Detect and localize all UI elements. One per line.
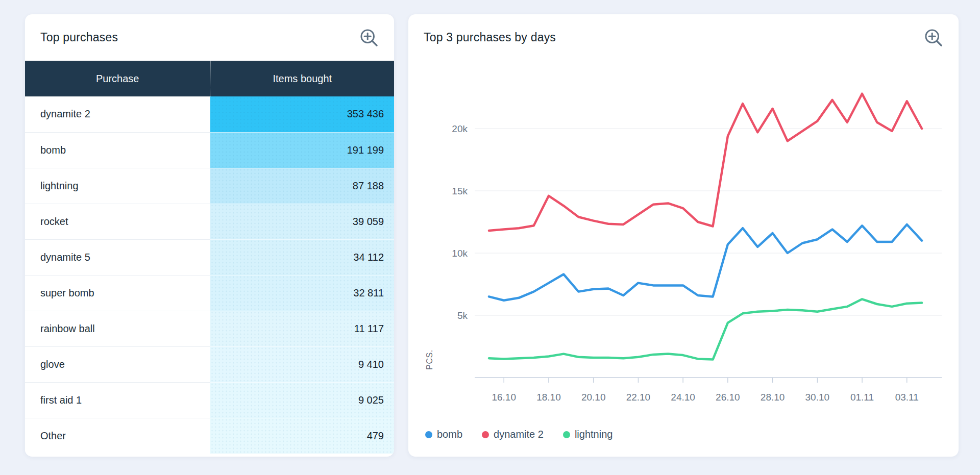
x-tick-label: 20.10	[581, 392, 606, 403]
table-row: lightning87 188	[25, 168, 394, 204]
x-tick-label: 16.10	[492, 392, 516, 403]
top-purchases-table: Purchase Items bought dynamite 2353 436b…	[25, 61, 394, 454]
items-bought-cell: 191 199	[210, 132, 394, 168]
y-tick-label: 15k	[452, 186, 468, 196]
legend-item-dynamite-2[interactable]: dynamite 2	[482, 429, 544, 440]
table-row: dynamite 2353 436	[25, 96, 394, 132]
legend-label: lightning	[575, 429, 613, 440]
x-tick-label: 18.10	[536, 392, 561, 403]
legend-dot-bomb	[425, 431, 432, 438]
items-bought-cell: 9 410	[210, 346, 394, 382]
chart-legend: bomb dynamite 2 lightning	[425, 429, 612, 440]
table-row: glove9 410	[25, 346, 394, 382]
table-row: Other479	[25, 418, 394, 454]
items-bought-cell: 353 436	[210, 96, 394, 132]
items-bought-cell: 32 811	[210, 275, 394, 311]
series-line-lightning	[489, 299, 922, 359]
table-row: bomb191 199	[25, 132, 394, 168]
legend-dot-lightning	[563, 431, 570, 438]
table-header-row: Purchase Items bought	[25, 61, 394, 96]
table-row: dynamite 534 112	[25, 239, 394, 275]
series-line-bomb	[489, 224, 922, 301]
top-purchases-card: Top purchases Purchase Items bought dyna…	[25, 14, 394, 457]
legend-item-bomb[interactable]: bomb	[425, 429, 462, 440]
table-row: rocket39 059	[25, 204, 394, 239]
items-bought-cell: 9 025	[210, 382, 394, 418]
magnifier-plus-icon	[359, 28, 380, 47]
legend-label: dynamite 2	[494, 429, 544, 440]
x-tick-label: 03.11	[895, 392, 919, 403]
purchases-table-body: dynamite 2353 436bomb191 199lightning87 …	[25, 96, 394, 454]
purchase-name-cell: dynamite 5	[25, 239, 210, 275]
x-tick-label: 01.11	[850, 392, 874, 403]
table-zoom-button[interactable]	[359, 28, 380, 48]
table-card-title: Top purchases	[40, 31, 118, 44]
legend-label: bomb	[437, 429, 462, 440]
x-tick-label: 30.10	[805, 392, 830, 403]
x-tick-label: 28.10	[761, 392, 785, 403]
column-header-items-bought: Items bought	[210, 61, 394, 96]
purchase-name-cell: super bomb	[25, 275, 210, 311]
purchase-name-cell: rainbow ball	[25, 311, 210, 346]
x-tick-label: 24.10	[671, 392, 695, 403]
items-bought-cell: 39 059	[210, 204, 394, 239]
purchase-name-cell: glove	[25, 346, 210, 382]
items-bought-cell: 87 188	[210, 168, 394, 204]
items-bought-cell: 34 112	[210, 239, 394, 275]
y-tick-label: 20k	[452, 123, 468, 134]
x-tick-label: 22.10	[626, 392, 651, 403]
y-axis-title: PCS.	[425, 349, 434, 369]
series-line-dynamite-2	[489, 94, 922, 231]
y-tick-label: 5k	[457, 310, 468, 321]
table-card-header: Top purchases	[25, 14, 394, 61]
purchase-name-cell: lightning	[25, 168, 210, 204]
purchase-name-cell: Other	[25, 418, 210, 454]
purchase-name-cell: dynamite 2	[25, 96, 210, 132]
items-bought-cell: 11 117	[210, 311, 394, 346]
legend-dot-dynamite-2	[482, 431, 489, 438]
purchase-name-cell: bomb	[25, 132, 210, 168]
purchase-name-cell: rocket	[25, 204, 210, 239]
items-bought-cell: 479	[210, 418, 394, 454]
y-tick-label: 10k	[452, 248, 468, 259]
top3-purchases-chart-card: Top 3 purchases by days 5k10k15k20k16.10…	[408, 14, 959, 457]
column-header-purchase: Purchase	[25, 61, 210, 96]
table-row: rainbow ball11 117	[25, 311, 394, 346]
purchase-name-cell: first aid 1	[25, 382, 210, 418]
legend-item-lightning[interactable]: lightning	[563, 429, 613, 440]
chart-canvas: 5k10k15k20k16.1018.1020.1022.1024.1026.1…	[408, 14, 959, 417]
table-row: first aid 19 025	[25, 382, 394, 418]
x-tick-label: 26.10	[716, 392, 740, 403]
table-row: super bomb32 811	[25, 275, 394, 311]
